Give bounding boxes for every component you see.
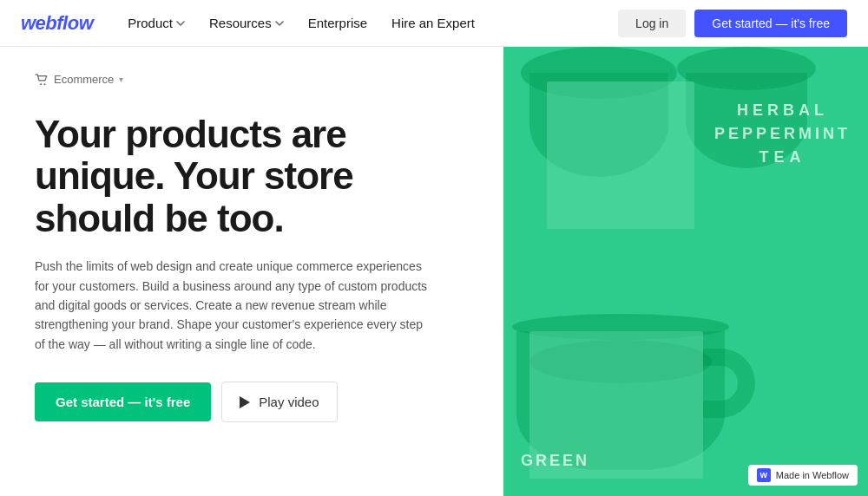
breadcrumb-label: Ecommerce (54, 73, 114, 86)
nav-item-enterprise[interactable]: Enterprise (298, 10, 378, 36)
tea-text-peppermint: PEPPERMINT (714, 122, 851, 146)
play-video-button[interactable]: Play video (221, 382, 337, 422)
svg-point-1 (43, 83, 45, 85)
right-panel: GREEN HERBAL PEPPERMINT TEA W Made in We… (503, 47, 868, 496)
hero-title: Your products are unique. Your store sho… (35, 114, 469, 239)
hero-description: Push the limits of web design and create… (35, 257, 434, 354)
nav-item-resources[interactable]: Resources (199, 10, 294, 36)
tea-text-overlay: HERBAL PEPPERMINT TEA (714, 99, 851, 169)
overlay-card-top (547, 82, 694, 229)
main-content: Ecommerce ▾ Your products are unique. Yo… (0, 47, 868, 496)
tea-text-herbal: HERBAL (714, 99, 851, 122)
tea-text-tea: TEA (714, 146, 851, 169)
chevron-down-icon (275, 19, 284, 28)
svg-point-0 (40, 83, 42, 85)
hero-cta-button[interactable]: Get started — it's free (35, 382, 211, 421)
nav-item-hire-expert[interactable]: Hire an Expert (381, 10, 485, 36)
play-icon (240, 396, 250, 408)
breadcrumb[interactable]: Ecommerce ▾ (35, 73, 469, 86)
breadcrumb-chevron: ▾ (119, 75, 123, 84)
chevron-down-icon (176, 19, 185, 28)
nav-right: Log in Get started — it's free (618, 10, 847, 37)
navbar: webflow Product Resources Enterprise Hir… (0, 0, 868, 47)
brand-logo[interactable]: webflow (21, 12, 93, 35)
badge-label: Made in Webflow (776, 470, 849, 480)
preview-bottom: GREEN (503, 271, 868, 496)
cta-row: Get started — it's free Play video (35, 382, 469, 422)
nav-item-product[interactable]: Product (117, 10, 195, 36)
login-button[interactable]: Log in (618, 10, 686, 37)
bottom-text-label: GREEN (521, 452, 589, 470)
webflow-w-icon: W (757, 468, 771, 482)
nav-cta-button[interactable]: Get started — it's free (694, 10, 847, 37)
nav-items: Product Resources Enterprise Hire an Exp… (117, 10, 618, 36)
cart-icon (35, 74, 49, 86)
made-in-webflow-badge[interactable]: W Made in Webflow (748, 465, 858, 486)
left-panel: Ecommerce ▾ Your products are unique. Yo… (0, 47, 503, 496)
